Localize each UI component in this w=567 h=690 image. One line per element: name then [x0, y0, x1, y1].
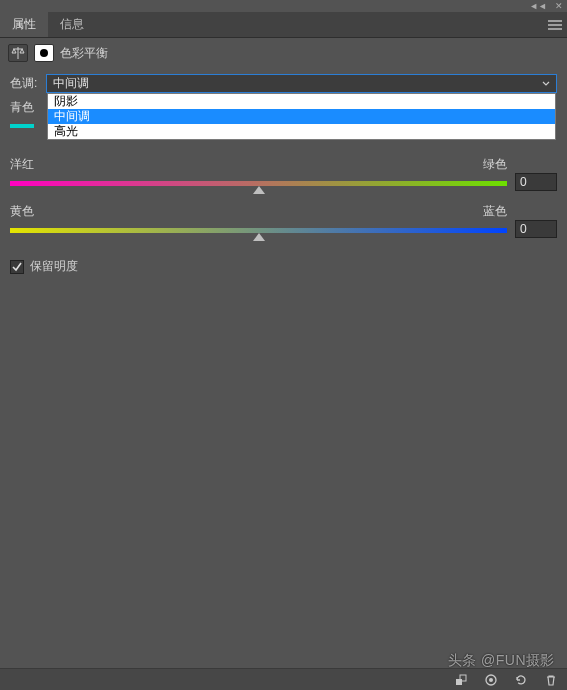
- preserve-luminosity-checkbox[interactable]: [10, 260, 24, 274]
- svg-point-0: [40, 49, 48, 57]
- balance-scale-icon: [8, 44, 28, 62]
- tone-option-midtones[interactable]: 中间调: [48, 109, 555, 124]
- panel-title: 色彩平衡: [60, 45, 108, 62]
- slider2-value[interactable]: [515, 220, 557, 238]
- tone-dropdown[interactable]: 中间调 阴影 中间调 高光: [46, 74, 557, 93]
- cyan-red-track-fragment: [10, 124, 34, 128]
- slider2-right-label: 蓝色: [483, 203, 507, 220]
- svg-rect-1: [456, 679, 462, 685]
- slider2-left-label: 黄色: [10, 203, 34, 220]
- slider1-left-label: 洋红: [10, 156, 34, 173]
- mask-icon: [34, 44, 54, 62]
- slider2-thumb[interactable]: [253, 233, 265, 241]
- slider1-value[interactable]: [515, 173, 557, 191]
- tab-info[interactable]: 信息: [48, 12, 96, 37]
- slider1-thumb[interactable]: [253, 186, 265, 194]
- collapse-icon[interactable]: ◄◄: [529, 1, 547, 11]
- reset-icon[interactable]: [513, 672, 529, 688]
- preserve-luminosity-label: 保留明度: [30, 258, 78, 275]
- slider1-right-label: 绿色: [483, 156, 507, 173]
- chevron-down-icon: [542, 77, 550, 91]
- svg-point-4: [489, 678, 493, 682]
- tone-value: 中间调: [53, 75, 89, 92]
- view-previous-icon[interactable]: [483, 672, 499, 688]
- cyan-label: 青色: [10, 99, 40, 116]
- panel-menu-icon[interactable]: [543, 12, 567, 37]
- slider-yellow-blue[interactable]: [10, 228, 507, 233]
- tab-properties[interactable]: 属性: [0, 12, 48, 37]
- tone-label: 色调:: [10, 75, 40, 92]
- slider-magenta-green[interactable]: [10, 181, 507, 186]
- clip-to-layer-icon[interactable]: [453, 672, 469, 688]
- tone-option-highlights[interactable]: 高光: [48, 124, 555, 139]
- close-icon[interactable]: ✕: [555, 1, 563, 11]
- tone-dropdown-list: 阴影 中间调 高光: [47, 93, 556, 140]
- tone-option-shadows[interactable]: 阴影: [48, 94, 555, 109]
- trash-icon[interactable]: [543, 672, 559, 688]
